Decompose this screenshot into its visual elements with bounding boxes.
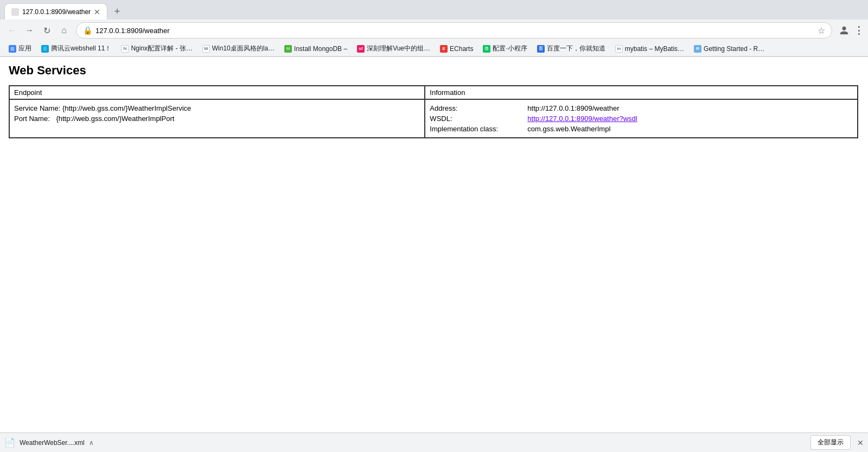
bookmark-tencent[interactable]: 云 腾讯云webshell 11！	[37, 43, 116, 54]
bookmark-vue[interactable]: sf 深刻理解Vue中的组…	[353, 43, 435, 54]
impl-value: com.gss.web.WeatherImpl	[527, 125, 610, 133]
address-label: Address:	[430, 104, 527, 112]
forward-button[interactable]: →	[22, 23, 37, 38]
bookmark-label: Win10桌面风格的la…	[212, 44, 275, 53]
tab-close-icon[interactable]: ✕	[94, 8, 100, 16]
bookmark-label: mybatis – MyBatis…	[625, 45, 684, 53]
bookmark-label: 配置·小程序	[493, 44, 527, 53]
bookmark-nginx[interactable]: N Nginx配置详解 - 张…	[117, 43, 196, 54]
baidu-favicon: 百	[537, 45, 545, 53]
service-name-label: Service Name:	[14, 104, 60, 112]
bookmark-echarts[interactable]: E ECharts	[436, 44, 477, 54]
reload-button[interactable]: ↻	[39, 23, 54, 38]
toolbar: ← → ↻ ⌂ 🔒 127.0.0.1:8909/weather ☆ ⋮	[0, 20, 868, 41]
apps-favicon: ⊞	[9, 45, 16, 53]
bookmark-label: Install MongoDB –	[294, 45, 347, 53]
home-button[interactable]: ⌂	[56, 23, 72, 38]
address-row: Address: http://127.0.0.1:8909/weather	[430, 104, 853, 112]
nginx-favicon: N	[121, 45, 129, 53]
vue-favicon: sf	[357, 45, 365, 53]
miniapp-favicon: 微	[483, 45, 490, 53]
endpoint-header: Endpoint	[9, 86, 425, 99]
impl-label: Implementation class:	[430, 125, 527, 133]
mybatis-favicon: m	[615, 45, 623, 53]
account-button[interactable]	[837, 23, 852, 38]
impl-row: Implementation class: com.gss.web.Weathe…	[430, 125, 853, 133]
bookmark-label: Getting Started - R…	[704, 45, 764, 53]
bookmark-baidu[interactable]: 百 百度一下，你就知道	[533, 43, 610, 54]
bookmark-label: 深刻理解Vue中的组…	[367, 44, 430, 53]
address-value: http://127.0.0.1:8909/weather	[527, 104, 619, 112]
service-name-row: Service Name: {http://web.gss.com/}Weath…	[14, 104, 420, 112]
tencent-favicon: 云	[41, 45, 49, 53]
tab-label: 127.0.0.1:8909/weather	[22, 8, 91, 16]
bookmark-label: Nginx配置详解 - 张…	[131, 44, 192, 53]
bookmark-label: 百度一下，你就知道	[547, 44, 605, 53]
tab-favicon	[11, 8, 19, 16]
getting-started-favicon: R	[694, 45, 701, 53]
browser-chrome: 127.0.0.1:8909/weather ✕ + ← → ↻ ⌂ 🔒 127…	[0, 0, 868, 57]
bookmarks-bar: ⊞ 应用 云 腾讯云webshell 11！ N Nginx配置详解 - 张… …	[0, 41, 868, 56]
page-title: Web Services	[9, 63, 859, 78]
page-content: Web Services Endpoint Information Servic…	[0, 57, 868, 426]
back-button[interactable]: ←	[4, 23, 20, 38]
bookmark-mongodb[interactable]: M Install MongoDB –	[280, 44, 352, 54]
win10-favicon: W	[202, 45, 210, 53]
bookmark-star-button[interactable]: ☆	[818, 26, 825, 36]
service-name-value: {http://web.gss.com/}WeatherImplService	[62, 104, 191, 112]
bookmark-getting-started[interactable]: R Getting Started - R…	[690, 44, 769, 54]
active-tab[interactable]: 127.0.0.1:8909/weather ✕	[4, 3, 107, 20]
port-name-row: Port Name: {http://web.gss.com/}WeatherI…	[14, 114, 420, 123]
more-button[interactable]: ⋮	[854, 24, 864, 36]
wsdl-row: WSDL: http://127.0.0.1:8909/weather?wsdl	[430, 114, 853, 123]
bookmark-apps[interactable]: ⊞ 应用	[4, 43, 36, 54]
services-table: Endpoint Information Service Name: {http…	[9, 85, 858, 138]
echarts-favicon: E	[440, 45, 448, 53]
port-name-value: {http://web.gss.com/}WeatherImplPort	[56, 114, 174, 123]
lock-icon: 🔒	[83, 26, 92, 35]
information-header: Information	[425, 86, 858, 99]
endpoint-cell: Service Name: {http://web.gss.com/}Weath…	[9, 99, 425, 138]
bookmark-win10[interactable]: W Win10桌面风格的la…	[198, 43, 279, 54]
address-bar[interactable]: 🔒 127.0.0.1:8909/weather ☆	[76, 22, 832, 39]
port-name-label: Port Name:	[14, 114, 50, 123]
wsdl-link[interactable]: http://127.0.0.1:8909/weather?wsdl	[527, 114, 637, 123]
bookmark-label: ECharts	[450, 45, 473, 53]
bookmark-label: 腾讯云webshell 11！	[51, 44, 111, 53]
bookmark-miniapp[interactable]: 微 配置·小程序	[478, 43, 531, 54]
information-cell: Address: http://127.0.0.1:8909/weather W…	[425, 99, 858, 138]
mongodb-favicon: M	[284, 45, 292, 53]
address-text: 127.0.0.1:8909/weather	[95, 27, 814, 35]
tab-bar: 127.0.0.1:8909/weather ✕ +	[0, 0, 868, 20]
bookmark-label: 应用	[18, 44, 31, 53]
new-tab-button[interactable]: +	[110, 4, 125, 19]
wsdl-label: WSDL:	[430, 114, 527, 123]
bookmark-mybatis[interactable]: m mybatis – MyBatis…	[611, 44, 688, 54]
